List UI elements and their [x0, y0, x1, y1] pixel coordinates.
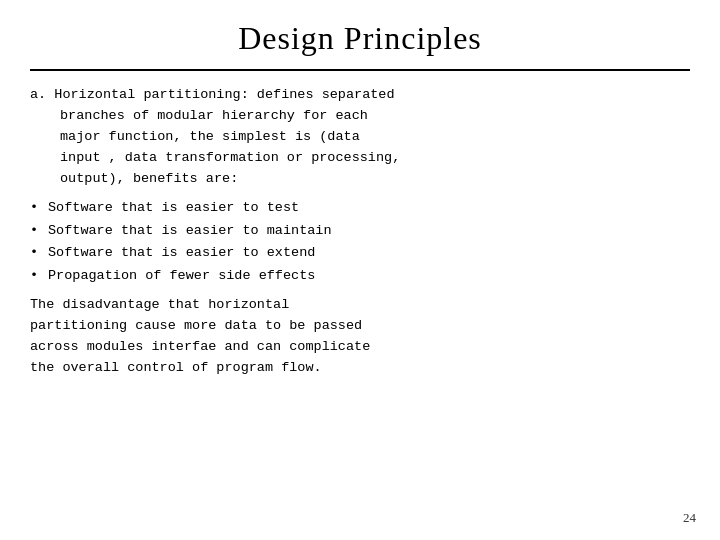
- section-a-heading: a. Horizontal partitioning: defines sepa…: [30, 85, 690, 106]
- divider: [30, 69, 690, 71]
- bullet-item-3: Software that is easier to extend: [30, 243, 690, 264]
- conclusion-line-1: The disadvantage that horizontal: [30, 295, 690, 316]
- section-a-line-2: major function, the simplest is (data: [60, 127, 690, 148]
- conclusion: The disadvantage that horizontal partiti…: [30, 295, 690, 379]
- section-a-body: branches of modular hierarchy for each m…: [60, 106, 690, 190]
- slide: Design Principles a. Horizontal partitio…: [0, 0, 720, 540]
- bullet-item-2: Software that is easier to maintain: [30, 221, 690, 242]
- conclusion-line-3: across modules interfae and can complica…: [30, 337, 690, 358]
- conclusion-line-2: partitioning cause more data to be passe…: [30, 316, 690, 337]
- section-a-line-1: branches of modular hierarchy for each: [60, 106, 690, 127]
- bullet-item-4: Propagation of fewer side effects: [30, 266, 690, 287]
- content-area: a. Horizontal partitioning: defines sepa…: [30, 85, 690, 379]
- slide-title: Design Principles: [30, 20, 690, 57]
- page-number: 24: [683, 510, 696, 526]
- conclusion-line-4: the overall control of program flow.: [30, 358, 690, 379]
- bullet-item-1: Software that is easier to test: [30, 198, 690, 219]
- section-a-line-3: input , data transformation or processin…: [60, 148, 690, 169]
- section-a-line-4: output), benefits are:: [60, 169, 690, 190]
- section-a: a. Horizontal partitioning: defines sepa…: [30, 85, 690, 190]
- bullet-list: Software that is easier to test Software…: [30, 198, 690, 288]
